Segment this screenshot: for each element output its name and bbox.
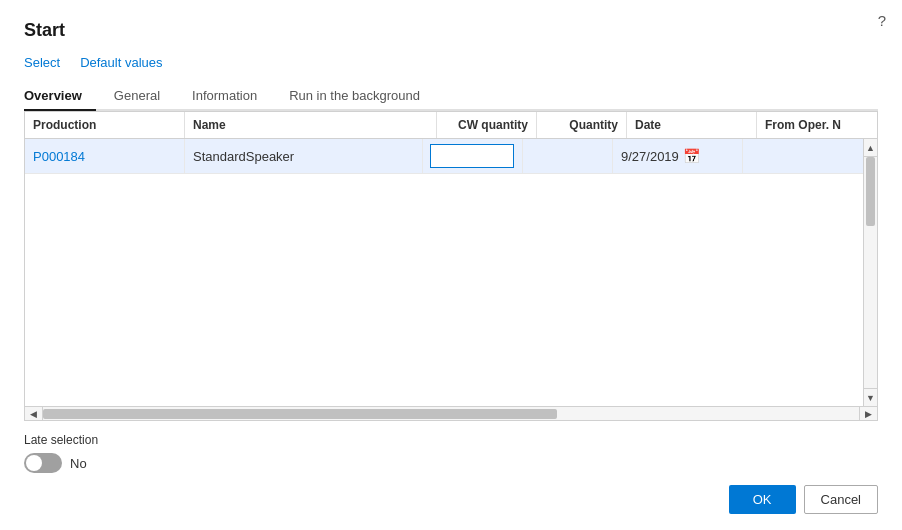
col-header-cw-quantity: CW quantity xyxy=(437,112,537,138)
cell-cw-quantity[interactable] xyxy=(423,139,523,173)
vertical-scrollbar: ▲ ▼ xyxy=(863,139,877,406)
dialog-title: Start xyxy=(24,20,878,41)
calendar-icon[interactable]: 📅 xyxy=(683,148,700,164)
col-header-from-oper: From Oper. N xyxy=(757,112,877,138)
footer-buttons: OK Cancel xyxy=(24,473,878,514)
col-header-quantity: Quantity xyxy=(537,112,627,138)
scroll-up-button[interactable]: ▲ xyxy=(864,139,877,157)
table-row[interactable]: P000184 StandardSpeaker 9/27/2019 📅 xyxy=(25,139,863,174)
cw-quantity-input[interactable] xyxy=(430,144,514,168)
col-header-date: Date xyxy=(627,112,757,138)
toggle-row: No xyxy=(24,453,878,473)
tab-information[interactable]: Information xyxy=(192,82,271,111)
tab-overview[interactable]: Overview xyxy=(24,82,96,111)
tab-general[interactable]: General xyxy=(114,82,174,111)
h-scrollbar-thumb[interactable] xyxy=(43,409,557,419)
cancel-button[interactable]: Cancel xyxy=(804,485,878,514)
table-header: Production Name CW quantity Quantity Dat… xyxy=(25,112,877,139)
data-table: Production Name CW quantity Quantity Dat… xyxy=(24,111,878,421)
table-scroll-wrapper: P000184 StandardSpeaker 9/27/2019 📅 xyxy=(25,139,877,406)
late-selection-value: No xyxy=(70,456,87,471)
toggle-knob xyxy=(26,455,42,471)
cell-quantity xyxy=(523,139,613,173)
v-scrollbar-thumb[interactable] xyxy=(866,157,875,226)
cell-production[interactable]: P000184 xyxy=(25,139,185,173)
scroll-left-button[interactable]: ◀ xyxy=(25,407,43,421)
tab-link-default-values[interactable]: Default values xyxy=(80,55,162,70)
tab-link-select[interactable]: Select xyxy=(24,55,60,70)
date-value: 9/27/2019 📅 xyxy=(621,148,700,164)
dialog: ? Start Select Default values Overview G… xyxy=(0,0,902,530)
v-scrollbar-track[interactable] xyxy=(864,157,877,388)
help-icon[interactable]: ? xyxy=(878,12,886,29)
col-header-name: Name xyxy=(185,112,437,138)
main-tabs: Overview General Information Run in the … xyxy=(24,82,878,111)
cell-from-oper xyxy=(743,139,863,173)
col-header-production: Production xyxy=(25,112,185,138)
bottom-section: Late selection No xyxy=(24,433,878,473)
scroll-right-button[interactable]: ▶ xyxy=(859,407,877,421)
horizontal-scrollbar: ◀ ▶ xyxy=(25,406,877,420)
tab-run-background[interactable]: Run in the background xyxy=(289,82,434,111)
late-selection-toggle[interactable] xyxy=(24,453,62,473)
table-inner: P000184 StandardSpeaker 9/27/2019 📅 xyxy=(25,139,863,406)
cell-name: StandardSpeaker xyxy=(185,139,423,173)
tab-links-row: Select Default values xyxy=(24,55,878,70)
late-selection-label: Late selection xyxy=(24,433,878,447)
date-text: 9/27/2019 xyxy=(621,149,679,164)
table-body: P000184 StandardSpeaker 9/27/2019 📅 xyxy=(25,139,863,174)
cell-date: 9/27/2019 📅 xyxy=(613,139,743,173)
scroll-down-button[interactable]: ▼ xyxy=(864,388,877,406)
h-scrollbar-track[interactable] xyxy=(43,407,859,421)
ok-button[interactable]: OK xyxy=(729,485,796,514)
